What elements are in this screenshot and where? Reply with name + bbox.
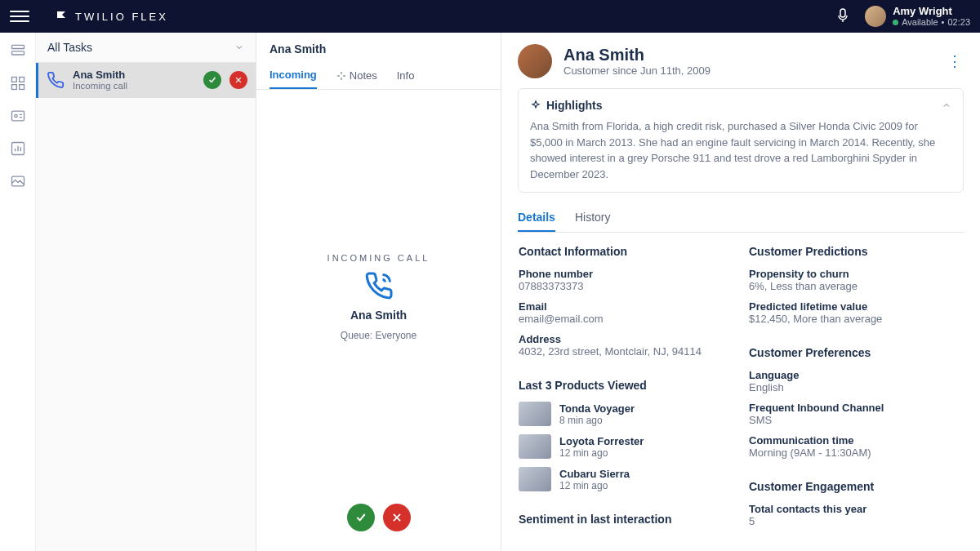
svg-rect-5 bbox=[11, 85, 16, 90]
user-avatar bbox=[865, 6, 886, 27]
chevron-up-icon[interactable] bbox=[942, 100, 951, 110]
svg-rect-0 bbox=[840, 9, 845, 17]
check-icon bbox=[207, 75, 217, 85]
product-row[interactable]: Loyota Forrester12 min ago bbox=[519, 434, 733, 459]
nav-dashboard-icon[interactable] bbox=[10, 140, 26, 157]
task-item[interactable]: Ana Smith Incoming call bbox=[36, 63, 256, 98]
subtab-details[interactable]: Details bbox=[518, 204, 555, 232]
queue-label: Queue: Everyone bbox=[341, 330, 416, 341]
svg-rect-7 bbox=[11, 111, 24, 121]
reject-task-button[interactable] bbox=[229, 71, 247, 89]
svg-rect-1 bbox=[11, 45, 24, 48]
svg-rect-2 bbox=[11, 51, 24, 55]
contact-info-section: Contact Information Phone number 0788337… bbox=[518, 244, 733, 367]
email-value: email@email.com bbox=[519, 313, 733, 325]
highlights-text: Ana Smith from Florida, a high credit ri… bbox=[530, 118, 951, 182]
product-thumb bbox=[519, 402, 551, 426]
product-row[interactable]: Tonda Voyager8 min ago bbox=[519, 402, 733, 426]
menu-button[interactable] bbox=[10, 7, 29, 26]
phone-incoming-icon bbox=[47, 71, 65, 89]
left-nav bbox=[0, 33, 36, 551]
x-icon bbox=[391, 512, 403, 523]
predictions-section: Customer Predictions Propensity to churn… bbox=[748, 244, 964, 334]
nav-image-icon[interactable] bbox=[10, 173, 26, 189]
caller-name: Ana Smith bbox=[350, 309, 407, 322]
tab-incoming[interactable]: Incoming bbox=[270, 62, 317, 89]
subtab-history[interactable]: History bbox=[575, 204, 611, 232]
nav-tasks-icon[interactable] bbox=[10, 42, 26, 59]
accept-call-button[interactable] bbox=[347, 504, 375, 531]
svg-rect-6 bbox=[19, 85, 24, 90]
phone-value: 07883373373 bbox=[519, 280, 733, 292]
task-subtitle: Incoming call bbox=[73, 81, 195, 91]
sparkle-icon bbox=[530, 100, 541, 111]
flag-icon bbox=[56, 10, 69, 23]
tab-notes[interactable]: Notes bbox=[336, 62, 377, 89]
nav-grid-icon[interactable] bbox=[10, 75, 26, 91]
status-dot-icon bbox=[893, 20, 898, 25]
tasks-header[interactable]: All Tasks bbox=[36, 33, 256, 63]
call-panel: Ana Smith Incoming Notes Info INCOMING C… bbox=[256, 33, 501, 551]
tasks-panel: All Tasks Ana Smith Incoming call bbox=[36, 33, 256, 551]
user-status: Available • 02:23 bbox=[893, 17, 970, 27]
user-name: Amy Wright bbox=[893, 6, 970, 17]
microphone-icon bbox=[837, 8, 849, 23]
svg-rect-3 bbox=[11, 78, 16, 82]
user-menu[interactable]: Amy Wright Available • 02:23 bbox=[865, 6, 970, 27]
product-row[interactable]: Cubaru Sierra12 min ago bbox=[519, 467, 733, 491]
mic-button[interactable] bbox=[837, 8, 849, 25]
product-thumb bbox=[519, 434, 551, 459]
preferences-section: Customer Preferences Language English Fr… bbox=[748, 345, 964, 468]
svg-point-8 bbox=[14, 114, 16, 117]
brand-logo: TWILIO FLEX bbox=[56, 10, 168, 23]
products-section: Last 3 Products Viewed Tonda Voyager8 mi… bbox=[518, 378, 733, 500]
address-value: 4032, 23rd street, Montclair, NJ, 94114 bbox=[519, 345, 733, 358]
x-icon bbox=[234, 76, 243, 84]
sentiment-section: Sentiment in last interaction bbox=[518, 512, 733, 536]
check-icon bbox=[354, 511, 368, 524]
call-tabs: Incoming Notes Info bbox=[256, 56, 501, 90]
highlights-card: Highlights Ana Smith from Florida, a hig… bbox=[518, 88, 964, 193]
reject-call-button[interactable] bbox=[383, 504, 411, 531]
tab-info[interactable]: Info bbox=[397, 62, 415, 89]
customer-since: Customer since Jun 11th, 2009 bbox=[564, 64, 710, 77]
svg-rect-4 bbox=[19, 78, 24, 82]
incoming-label: INCOMING CALL bbox=[327, 253, 430, 263]
detail-panel: Ana Smith Customer since Jun 11th, 2009 … bbox=[501, 33, 980, 551]
call-header: Ana Smith bbox=[256, 33, 501, 56]
nav-contacts-icon[interactable] bbox=[10, 108, 26, 124]
topbar: TWILIO FLEX Amy Wright Available • 02:23 bbox=[0, 0, 980, 33]
more-menu-button[interactable]: ⋮ bbox=[947, 52, 964, 70]
engagement-section: Customer Engagement Total contacts this … bbox=[748, 479, 964, 536]
customer-avatar bbox=[518, 44, 552, 78]
chevron-down-icon bbox=[234, 42, 244, 52]
customer-name: Ana Smith bbox=[564, 46, 710, 64]
detail-subtabs: Details History bbox=[518, 204, 964, 233]
task-name: Ana Smith bbox=[73, 69, 195, 81]
accept-task-button[interactable] bbox=[203, 71, 221, 89]
product-thumb bbox=[519, 467, 551, 491]
phone-ringing-icon bbox=[364, 271, 394, 300]
highlights-label: Highlights bbox=[546, 99, 602, 112]
brand-text: TWILIO FLEX bbox=[75, 11, 168, 23]
sparkle-icon bbox=[336, 71, 346, 81]
